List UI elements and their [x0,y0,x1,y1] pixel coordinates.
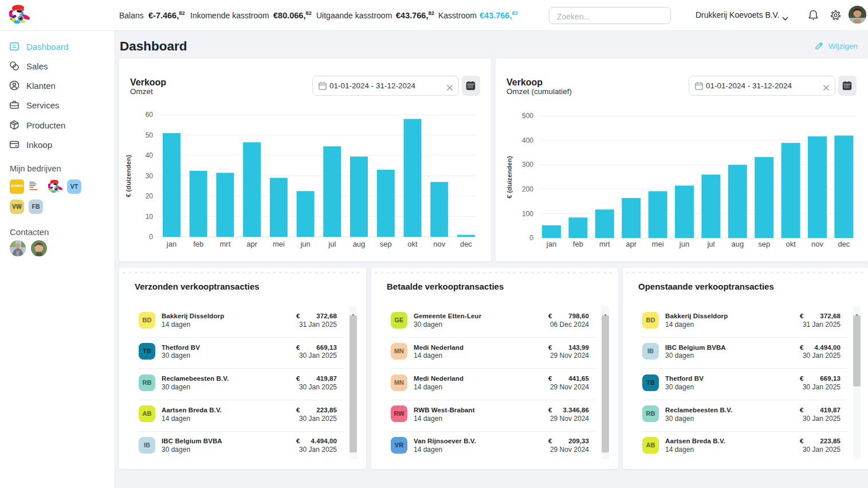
svg-text:0: 0 [529,234,533,242]
svg-text:jan: jan [546,240,556,248]
svg-text:200: 200 [522,185,533,193]
svg-text:100: 100 [522,210,533,218]
svg-text:feb: feb [193,240,203,248]
svg-text:jul: jul [328,240,336,248]
svg-text:apr: apr [246,240,257,248]
svg-text:60: 60 [146,111,154,119]
svg-text:okt: okt [407,240,418,248]
svg-text:mrt: mrt [599,240,610,248]
svg-text:mei: mei [273,240,285,248]
svg-text:€ (duizenden): € (duizenden) [125,155,132,197]
svg-text:€ (duizenden): € (duizenden) [506,156,513,198]
svg-text:mei: mei [652,240,664,248]
svg-text:30: 30 [146,172,154,180]
svg-text:nov: nov [811,240,823,248]
svg-text:50: 50 [146,131,154,139]
svg-text:nov: nov [433,240,445,248]
svg-text:400: 400 [522,136,533,145]
svg-text:300: 300 [522,161,533,169]
svg-text:aug: aug [731,240,744,248]
svg-text:sep: sep [380,240,392,248]
svg-text:20: 20 [146,192,154,200]
svg-text:apr: apr [626,240,637,248]
svg-text:okt: okt [785,240,796,248]
svg-text:jun: jun [679,240,689,248]
svg-text:0: 0 [149,233,153,241]
svg-text:10: 10 [146,213,154,221]
svg-text:jun: jun [300,240,310,248]
svg-text:500: 500 [522,112,533,120]
svg-text:jul: jul [706,240,714,248]
svg-text:dec: dec [460,240,472,248]
svg-text:40: 40 [146,151,154,159]
svg-text:feb: feb [573,240,583,248]
svg-text:sep: sep [758,240,770,248]
svg-text:dec: dec [838,240,850,248]
svg-text:mrt: mrt [220,240,231,248]
svg-text:aug: aug [353,240,366,248]
svg-text:jan: jan [166,240,176,248]
